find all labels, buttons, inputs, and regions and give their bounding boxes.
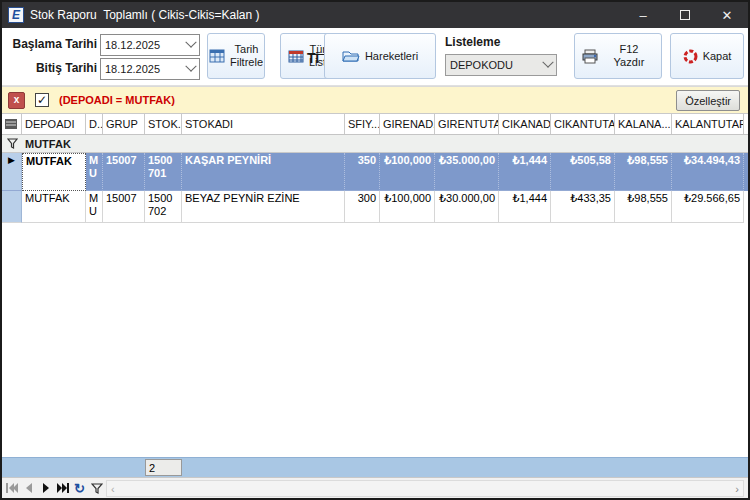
hidden-label-fragment: Ti: [307, 50, 319, 66]
refresh-icon[interactable]: ↻: [72, 481, 87, 496]
end-date-label: Bitiş Tarihi: [7, 61, 97, 75]
column-header[interactable]: GRUP: [103, 114, 145, 134]
table-row[interactable]: ▶ MUTFAK MU 15007 1500701 KAŞAR PEYNİRİ …: [2, 153, 748, 191]
cell-girentutar[interactable]: ₺30.000,00: [435, 191, 499, 223]
listeleme-value: DEPOKODU: [450, 59, 513, 71]
chevron-down-icon: [185, 61, 196, 72]
tarih-filtrele-button[interactable]: TarihFiltrele: [207, 33, 265, 79]
toolbar: Başlama Tarihi 18.12.2025 Bitiş Tarihi 1…: [2, 28, 748, 86]
group-row-label: MUTFAK: [22, 135, 748, 153]
start-date-value: 18.12.2025: [105, 39, 160, 51]
first-record-button[interactable]: [4, 481, 19, 496]
kapat-button[interactable]: Kapat: [670, 33, 744, 79]
record-navigator: ↻ ‹ ›: [2, 477, 748, 498]
button-label: F12 Yazdır: [604, 43, 654, 69]
cell-stokadi[interactable]: BEYAZ PEYNİR EZİNE: [182, 191, 345, 223]
next-record-button[interactable]: [38, 481, 53, 496]
start-date-label: Başlama Tarihi: [7, 37, 97, 51]
cell-kalantutar[interactable]: ₺34.494,43: [672, 153, 744, 191]
cell-cikantutar[interactable]: ₺505,58: [551, 153, 615, 191]
column-header[interactable]: KALANTUTAR: [672, 114, 744, 134]
filter-funnel-icon: [2, 135, 22, 153]
horizontal-scrollbar[interactable]: ‹ ›: [106, 480, 744, 497]
scroll-right-icon[interactable]: ›: [735, 483, 739, 495]
minimize-button[interactable]: –: [622, 2, 664, 28]
filter-checkbox[interactable]: ✓: [35, 93, 49, 107]
hareketleri-button[interactable]: Hareketleri: [324, 33, 436, 79]
cell-kalana[interactable]: ₺98,555: [615, 191, 672, 223]
customize-button[interactable]: Özelleştir: [676, 90, 740, 111]
chevron-down-icon: [185, 37, 196, 48]
column-header[interactable]: DEPOADI: [22, 114, 86, 134]
grid-summary-row: 2: [2, 457, 748, 477]
window-title: Stok Raporu Toplamlı ( Cikis-Cikis=Kalan…: [30, 8, 260, 22]
cell-stokadi[interactable]: KAŞAR PEYNİRİ: [182, 153, 345, 191]
select-all-icon[interactable]: [2, 114, 22, 134]
cell-girentutar[interactable]: ₺35.000,00: [435, 153, 499, 191]
cell-kalantutar[interactable]: ₺29.566,65: [672, 191, 744, 223]
cell-grup[interactable]: 15007: [103, 191, 145, 223]
button-label: Kapat: [703, 50, 732, 63]
filter-condition-text: (DEPOADI = MUTFAK): [59, 94, 175, 106]
cell-girenad[interactable]: ₺100,000: [380, 191, 435, 223]
table-calendar-icon: [209, 48, 225, 64]
end-date-combo[interactable]: 18.12.2025: [100, 58, 200, 80]
data-grid: DEPOADI D... GRUP STOK... STOKADI SFIY..…: [2, 114, 748, 477]
column-header[interactable]: SFIY...: [345, 114, 380, 134]
listeleme-combo[interactable]: DEPOKODU: [445, 54, 557, 76]
column-header[interactable]: GIRENTUTAR: [435, 114, 499, 134]
column-header[interactable]: KALANA...: [615, 114, 672, 134]
end-date-value: 18.12.2025: [105, 63, 160, 75]
calendar-icon: [288, 48, 304, 64]
cell-stok[interactable]: 1500702: [145, 191, 182, 223]
app-logo-icon: E: [8, 7, 24, 23]
remove-filter-button[interactable]: x: [8, 92, 25, 109]
maximize-icon: [680, 10, 690, 20]
start-date-combo[interactable]: 18.12.2025: [100, 34, 200, 56]
last-record-button[interactable]: [55, 481, 70, 496]
titlebar: E Stok Raporu Toplamlı ( Cikis-Cikis=Kal…: [2, 2, 748, 28]
cell-depoadi[interactable]: MUTFAK: [22, 153, 86, 191]
cell-grup[interactable]: 15007: [103, 153, 145, 191]
record-count: 2: [145, 459, 182, 476]
column-header[interactable]: STOKADI: [182, 114, 345, 134]
folder-icon: [342, 49, 360, 63]
cell-stok[interactable]: 1500701: [145, 153, 182, 191]
row-selector[interactable]: [2, 191, 22, 223]
printer-icon: [582, 49, 599, 64]
button-label: Hareketleri: [365, 50, 418, 63]
cell-cikanad[interactable]: ₺1,444: [499, 191, 551, 223]
scroll-left-icon[interactable]: ‹: [111, 483, 115, 495]
previous-record-button[interactable]: [21, 481, 36, 496]
column-header[interactable]: GIRENAD...: [380, 114, 435, 134]
filter-bar: x ✓ (DEPOADI = MUTFAK) Özelleştir: [2, 86, 748, 114]
cell-d[interactable]: MU: [86, 153, 103, 191]
close-button[interactable]: ✕: [706, 2, 748, 28]
cell-girenad[interactable]: ₺100,000: [380, 153, 435, 191]
column-header[interactable]: CIKANAD...: [499, 114, 551, 134]
grid-header-row: DEPOADI D... GRUP STOK... STOKADI SFIY..…: [2, 114, 748, 135]
cell-cikantutar[interactable]: ₺433,35: [551, 191, 615, 223]
column-header[interactable]: CIKANTUTAR: [551, 114, 615, 134]
cell-sfiy[interactable]: 350: [345, 153, 380, 191]
chevron-down-icon: [542, 57, 553, 68]
listeleme-label: Listeleme: [445, 35, 500, 49]
cell-d[interactable]: MU: [86, 191, 103, 223]
group-row[interactable]: MUTFAK: [2, 135, 748, 153]
column-header[interactable]: D...: [86, 114, 103, 134]
cell-kalana[interactable]: ₺98,555: [615, 153, 672, 191]
filter-funnel-icon[interactable]: [89, 481, 104, 496]
grid-empty-area: [2, 223, 748, 457]
table-row[interactable]: MUTFAK MU 15007 1500702 BEYAZ PEYNİR EZİ…: [2, 191, 748, 223]
row-marker-icon: ▶: [2, 153, 22, 191]
cell-sfiy[interactable]: 300: [345, 191, 380, 223]
column-header[interactable]: STOK...: [145, 114, 182, 134]
app-window: E Stok Raporu Toplamlı ( Cikis-Cikis=Kal…: [0, 0, 750, 500]
cell-cikanad[interactable]: ₺1,444: [499, 153, 551, 191]
maximize-button[interactable]: [664, 2, 706, 28]
stop-icon: [683, 49, 698, 64]
cell-depoadi[interactable]: MUTFAK: [22, 191, 86, 223]
button-label: Tarih: [235, 43, 259, 55]
f12-yazdir-button[interactable]: F12 Yazdır: [574, 33, 662, 79]
